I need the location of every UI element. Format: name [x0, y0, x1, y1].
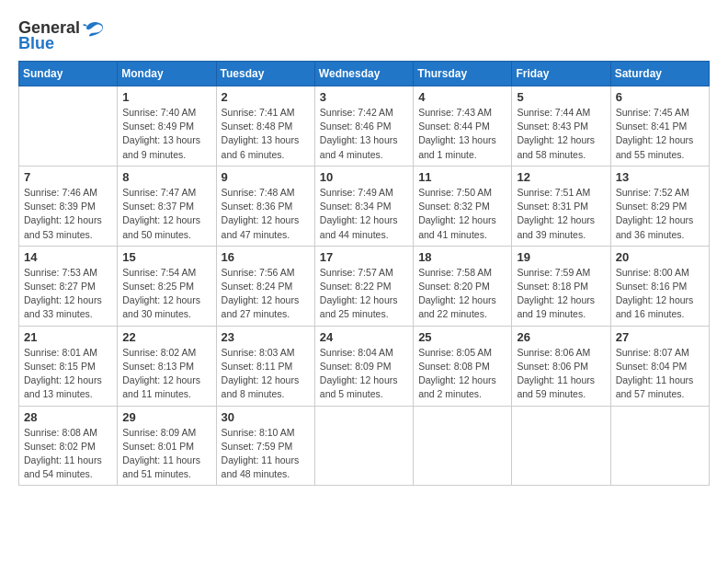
- day-number: 21: [24, 330, 112, 344]
- day-number: 9: [222, 170, 310, 184]
- day-number: 12: [517, 170, 605, 184]
- weekday-saturday: Saturday: [610, 62, 709, 86]
- day-info: Sunrise: 7:46 AMSunset: 8:39 PMDaylight:…: [24, 186, 112, 242]
- calendar-cell: 23Sunrise: 8:03 AMSunset: 8:11 PMDayligh…: [216, 326, 314, 406]
- day-info: Sunrise: 7:56 AMSunset: 8:24 PMDaylight:…: [222, 266, 310, 322]
- day-number: 20: [616, 250, 704, 264]
- day-number: 27: [616, 330, 704, 344]
- day-number: 25: [418, 330, 506, 344]
- day-info: Sunrise: 7:53 AMSunset: 8:27 PMDaylight:…: [24, 266, 112, 322]
- weekday-tuesday: Tuesday: [216, 62, 314, 86]
- day-info: Sunrise: 8:06 AMSunset: 8:06 PMDaylight:…: [517, 346, 605, 402]
- day-number: 8: [122, 170, 210, 184]
- day-number: 16: [222, 250, 310, 264]
- day-info: Sunrise: 7:40 AMSunset: 8:49 PMDaylight:…: [122, 106, 210, 162]
- day-info: Sunrise: 7:51 AMSunset: 8:31 PMDaylight:…: [517, 186, 605, 242]
- day-info: Sunrise: 7:57 AMSunset: 8:22 PMDaylight:…: [320, 266, 408, 322]
- calendar-cell: 11Sunrise: 7:50 AMSunset: 8:32 PMDayligh…: [414, 166, 512, 246]
- day-info: Sunrise: 7:54 AMSunset: 8:25 PMDaylight:…: [122, 266, 210, 322]
- day-number: 17: [320, 250, 408, 264]
- day-number: 4: [418, 90, 506, 104]
- calendar-cell: [512, 406, 610, 486]
- day-info: Sunrise: 7:50 AMSunset: 8:32 PMDaylight:…: [418, 186, 506, 242]
- calendar-cell: 20Sunrise: 8:00 AMSunset: 8:16 PMDayligh…: [610, 246, 709, 326]
- day-number: 30: [222, 410, 310, 424]
- calendar-cell: 5Sunrise: 7:44 AMSunset: 8:43 PMDaylight…: [512, 86, 610, 167]
- calendar-cell: 15Sunrise: 7:54 AMSunset: 8:25 PMDayligh…: [118, 246, 216, 326]
- day-info: Sunrise: 8:09 AMSunset: 8:01 PMDaylight:…: [122, 426, 210, 482]
- weekday-friday: Friday: [512, 62, 610, 86]
- calendar-cell: 27Sunrise: 8:07 AMSunset: 8:04 PMDayligh…: [610, 326, 709, 406]
- day-info: Sunrise: 7:43 AMSunset: 8:44 PMDaylight:…: [418, 106, 506, 162]
- day-number: 24: [320, 330, 408, 344]
- calendar-cell: 9Sunrise: 7:48 AMSunset: 8:36 PMDaylight…: [216, 166, 314, 246]
- day-info: Sunrise: 7:42 AMSunset: 8:46 PMDaylight:…: [320, 106, 408, 162]
- calendar-cell: 1Sunrise: 7:40 AMSunset: 8:49 PMDaylight…: [118, 86, 216, 167]
- calendar-body: 1Sunrise: 7:40 AMSunset: 8:49 PMDaylight…: [19, 86, 710, 486]
- day-info: Sunrise: 8:01 AMSunset: 8:15 PMDaylight:…: [24, 346, 112, 402]
- calendar-week-3: 14Sunrise: 7:53 AMSunset: 8:27 PMDayligh…: [19, 246, 710, 326]
- calendar-cell: 10Sunrise: 7:49 AMSunset: 8:34 PMDayligh…: [314, 166, 413, 246]
- calendar-week-5: 28Sunrise: 8:08 AMSunset: 8:02 PMDayligh…: [19, 406, 710, 486]
- calendar-week-1: 1Sunrise: 7:40 AMSunset: 8:49 PMDaylight…: [19, 86, 710, 167]
- day-info: Sunrise: 7:49 AMSunset: 8:34 PMDaylight:…: [320, 186, 408, 242]
- logo-blue-text: Blue: [18, 34, 54, 53]
- calendar-cell: 4Sunrise: 7:43 AMSunset: 8:44 PMDaylight…: [414, 86, 512, 167]
- calendar-cell: 26Sunrise: 8:06 AMSunset: 8:06 PMDayligh…: [512, 326, 610, 406]
- calendar-cell: [19, 86, 118, 167]
- weekday-wednesday: Wednesday: [314, 62, 413, 86]
- day-info: Sunrise: 7:47 AMSunset: 8:37 PMDaylight:…: [122, 186, 210, 242]
- day-number: 26: [517, 330, 605, 344]
- day-number: 2: [222, 90, 310, 104]
- day-info: Sunrise: 8:02 AMSunset: 8:13 PMDaylight:…: [122, 346, 210, 402]
- weekday-monday: Monday: [118, 62, 216, 86]
- calendar-cell: 21Sunrise: 8:01 AMSunset: 8:15 PMDayligh…: [19, 326, 118, 406]
- day-number: 29: [122, 410, 210, 424]
- calendar-cell: 6Sunrise: 7:45 AMSunset: 8:41 PMDaylight…: [610, 86, 709, 167]
- day-number: 1: [122, 90, 210, 104]
- calendar-cell: 12Sunrise: 7:51 AMSunset: 8:31 PMDayligh…: [512, 166, 610, 246]
- calendar-week-2: 7Sunrise: 7:46 AMSunset: 8:39 PMDaylight…: [19, 166, 710, 246]
- day-info: Sunrise: 8:10 AMSunset: 7:59 PMDaylight:…: [222, 426, 310, 482]
- day-number: 14: [24, 250, 112, 264]
- logo: General Blue: [18, 18, 103, 53]
- day-info: Sunrise: 8:05 AMSunset: 8:08 PMDaylight:…: [418, 346, 506, 402]
- calendar-cell: 29Sunrise: 8:09 AMSunset: 8:01 PMDayligh…: [118, 406, 216, 486]
- day-number: 28: [24, 410, 112, 424]
- calendar-cell: [314, 406, 413, 486]
- calendar-cell: 8Sunrise: 7:47 AMSunset: 8:37 PMDaylight…: [118, 166, 216, 246]
- calendar-cell: 7Sunrise: 7:46 AMSunset: 8:39 PMDaylight…: [19, 166, 118, 246]
- day-number: 7: [24, 170, 112, 184]
- weekday-sunday: Sunday: [19, 62, 118, 86]
- calendar-cell: 28Sunrise: 8:08 AMSunset: 8:02 PMDayligh…: [19, 406, 118, 486]
- page-header: General Blue: [18, 18, 710, 53]
- day-info: Sunrise: 8:04 AMSunset: 8:09 PMDaylight:…: [320, 346, 408, 402]
- day-info: Sunrise: 7:41 AMSunset: 8:48 PMDaylight:…: [222, 106, 310, 162]
- day-number: 15: [122, 250, 210, 264]
- calendar-cell: [414, 406, 512, 486]
- day-number: 6: [616, 90, 704, 104]
- calendar-cell: 25Sunrise: 8:05 AMSunset: 8:08 PMDayligh…: [414, 326, 512, 406]
- day-info: Sunrise: 8:03 AMSunset: 8:11 PMDaylight:…: [222, 346, 310, 402]
- calendar-cell: 13Sunrise: 7:52 AMSunset: 8:29 PMDayligh…: [610, 166, 709, 246]
- calendar-cell: 2Sunrise: 7:41 AMSunset: 8:48 PMDaylight…: [216, 86, 314, 167]
- day-info: Sunrise: 8:08 AMSunset: 8:02 PMDaylight:…: [24, 426, 112, 482]
- calendar-cell: 18Sunrise: 7:58 AMSunset: 8:20 PMDayligh…: [414, 246, 512, 326]
- calendar-table: SundayMondayTuesdayWednesdayThursdayFrid…: [18, 61, 710, 486]
- calendar-week-4: 21Sunrise: 8:01 AMSunset: 8:15 PMDayligh…: [19, 326, 710, 406]
- day-info: Sunrise: 7:59 AMSunset: 8:18 PMDaylight:…: [517, 266, 605, 322]
- calendar-cell: 24Sunrise: 8:04 AMSunset: 8:09 PMDayligh…: [314, 326, 413, 406]
- calendar-cell: 16Sunrise: 7:56 AMSunset: 8:24 PMDayligh…: [216, 246, 314, 326]
- day-number: 13: [616, 170, 704, 184]
- day-number: 3: [320, 90, 408, 104]
- weekday-header-row: SundayMondayTuesdayWednesdayThursdayFrid…: [19, 62, 710, 86]
- day-number: 5: [517, 90, 605, 104]
- logo-bird-icon: [83, 20, 103, 37]
- calendar-cell: 30Sunrise: 8:10 AMSunset: 7:59 PMDayligh…: [216, 406, 314, 486]
- day-info: Sunrise: 7:45 AMSunset: 8:41 PMDaylight:…: [616, 106, 704, 162]
- day-info: Sunrise: 7:52 AMSunset: 8:29 PMDaylight:…: [616, 186, 704, 242]
- calendar-cell: 22Sunrise: 8:02 AMSunset: 8:13 PMDayligh…: [118, 326, 216, 406]
- weekday-thursday: Thursday: [414, 62, 512, 86]
- day-number: 19: [517, 250, 605, 264]
- day-info: Sunrise: 8:00 AMSunset: 8:16 PMDaylight:…: [616, 266, 704, 322]
